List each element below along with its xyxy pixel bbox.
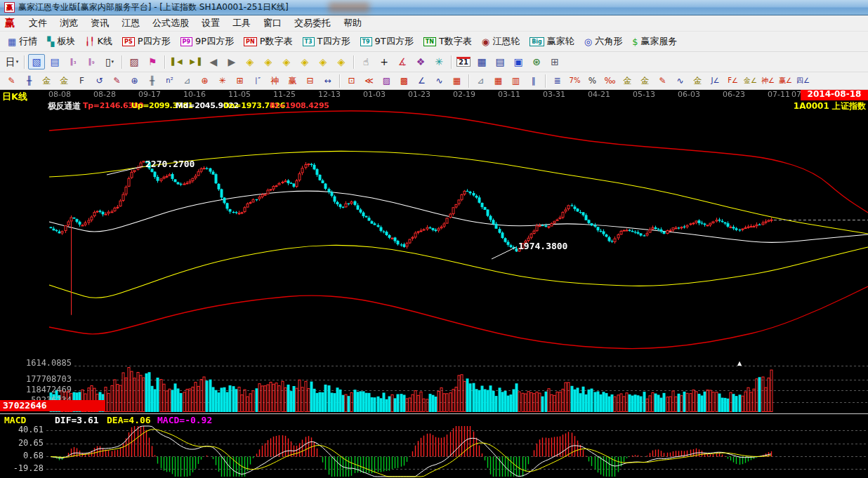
gold-circle-tool-button[interactable]: 金 [619,74,636,88]
diamond-horizontal-button[interactable]: ◈ [278,54,295,69]
j-angle-tool-button[interactable]: J∠ [707,74,723,88]
menu-item[interactable]: 交易委托 [288,15,337,31]
stats-tool-button[interactable]: ≣ [549,74,565,88]
angle-measure-button[interactable]: ∡ [394,54,411,69]
rect-tool-button[interactable]: ⊡ [343,74,360,88]
fan-lines-tool-button[interactable]: ≪ [361,74,377,88]
candle-mark-tool-button[interactable]: ✎ [655,74,671,88]
p-square-button[interactable]: PSP四方形 [117,33,175,50]
diamond-cross-button[interactable]: ◈ [333,54,350,69]
menu-item[interactable]: 设置 [195,15,226,31]
t9-square-button[interactable]: T99T四方形 [355,33,419,50]
save-button[interactable]: ▣ [510,54,527,69]
parallel-lines-tool-button[interactable]: ∥ [525,74,541,88]
ying-tool-button[interactable]: 赢 [284,74,301,88]
next-button[interactable]: ▶ [223,54,240,69]
diamond-star-button[interactable]: ◈ [315,54,331,69]
gann-wheel-button[interactable]: ◉江恩轮 [477,33,525,50]
gold-line-tool-button[interactable]: 金 [637,74,653,88]
triangle-tool-button[interactable]: ⊿ [473,74,489,88]
pattern-button[interactable]: ▨ [126,54,143,69]
spiral-tool-button[interactable]: ↺ [91,74,107,88]
gold-segment-tool-button[interactable]: 金 [39,74,55,88]
last-page-button[interactable]: ▶▐ [187,54,204,69]
set-square-tool-button[interactable]: ⊿ [179,74,195,88]
gann-shape-button[interactable]: ❖ [412,54,429,69]
color-chart-button[interactable]: ⚑ [144,54,161,69]
web-tool-button[interactable]: ✳ [214,74,230,88]
calculator-button[interactable]: ▦ [473,54,490,69]
hash-grid-tool-button[interactable]: ╫ [144,74,160,88]
dense-grid-tool-button[interactable]: ▦ [490,74,506,88]
menu-item[interactable]: 浏览 [53,15,84,31]
print-button[interactable]: ⊞ [546,54,563,69]
permille-tool-button[interactable]: ‰ [602,74,618,88]
trend-angle-tool-button[interactable]: ∠ [414,74,430,88]
hatch-tool-button[interactable]: ▥ [508,74,524,88]
ruler-tool-button[interactable]: ⊟ [302,74,318,88]
menu-item[interactable]: 帮助 [337,15,368,31]
export-button[interactable]: ⊛ [528,54,545,69]
hexagon-button[interactable]: ◎六角形 [579,33,627,50]
wave2-tool-button[interactable]: ∿ [672,74,688,88]
calendar-button[interactable]: 21 [455,54,472,69]
winner-service-button[interactable]: $赢家服务 [627,33,682,50]
gann-circle-tool-button[interactable]: ⊕ [126,74,143,88]
blocks-button[interactable]: ▚板块 [42,33,80,50]
p-number-table-button[interactable]: PNP数字表 [239,33,297,50]
pencil-tool-button[interactable]: ✎ [4,74,20,88]
nine-line-button[interactable]: ‖₉ [83,54,100,69]
menu-item[interactable]: 工具 [226,15,257,31]
diamond-all-button[interactable]: ◈ [296,54,313,69]
winner-wheel-button[interactable]: Big赢家轮 [525,33,579,50]
notes-button[interactable]: ▤ [492,54,508,69]
kline-button[interactable]: ╽╿K线 [80,33,117,50]
si-angle-tool-button[interactable]: 四∠ [795,74,811,88]
title-bar[interactable]: 赢 赢家江恩专业版[赢家内部服务平台] - [上证指数 SH1A0001-251… [0,0,868,15]
next-icon: ▶ [228,57,236,67]
menu-item[interactable]: 江恩 [115,15,146,31]
target-tool-button[interactable]: ⊕ [197,74,213,88]
shen-tool-button[interactable]: 神 [267,74,283,88]
box-grid-tool-button[interactable]: ▩ [396,74,412,88]
menu-item[interactable]: 窗口 [257,15,288,31]
gold-line2-tool-button[interactable]: 金 [690,74,706,88]
grid-tool-button[interactable]: ▦ [449,74,465,88]
width-measure-tool-button[interactable]: ↔ [320,74,336,88]
menu-item[interactable]: 资讯 [84,15,115,31]
first-page-button[interactable]: ▌◀ [169,54,185,69]
ying-angle-tool-button[interactable]: 赢∠ [777,74,794,88]
price-grid-tool-button[interactable]: ╫ [21,74,37,88]
t-square-button[interactable]: T3T四方形 [298,33,355,50]
p9-square-button[interactable]: P99P四方形 [176,33,239,50]
shen-angle-tool-button[interactable]: 神∠ [760,74,776,88]
box-grid-tool-icon: ▩ [400,77,408,85]
percent-tool-button[interactable]: % [584,74,600,88]
fib-tool-button[interactable]: F [74,74,90,88]
gold-angle-tool-button[interactable]: 金∠ [742,74,758,88]
t-number-table-button[interactable]: TNT数字表 [419,33,477,50]
gann-box-tool-button[interactable]: ⊞ [232,74,248,88]
line-segment-tool-button[interactable]: ∣″ [249,74,265,88]
prev-button[interactable]: ◀ [205,54,222,69]
three-line-button[interactable]: ‖₃ [65,54,81,69]
marker-pencil-tool-button[interactable]: ✎ [109,74,125,88]
main-chart-button[interactable]: ▧ [28,54,45,69]
wave-tool-button[interactable]: ∿ [431,74,447,88]
crosshair-button[interactable]: + [376,54,393,69]
period-daily-button[interactable]: 日▾ [4,54,20,69]
info-panel-button[interactable]: ▤ [46,54,63,69]
diamond-right-button[interactable]: ◈ [260,54,277,69]
menu-item[interactable]: 公式选股 [146,15,195,31]
gold-segment2-tool-button[interactable]: 金 [56,74,72,88]
menu-item[interactable]: 文件 [22,15,53,31]
smart-tool-button[interactable]: ✳ [430,54,447,69]
f-angle-tool-button[interactable]: F∠ [725,74,741,88]
hand-tool-button[interactable]: ☝ [357,54,374,69]
candle-style-button[interactable]: ▯▾ [101,54,118,69]
box-fan-tool-button[interactable]: ▨ [379,74,395,88]
diamond-left-button[interactable]: ◈ [242,54,258,69]
quotes-button[interactable]: ▦行情 [3,33,42,50]
square-of-nine-tool-button[interactable]: n² [162,74,178,88]
percent7-tool-button[interactable]: 7% [567,74,583,88]
